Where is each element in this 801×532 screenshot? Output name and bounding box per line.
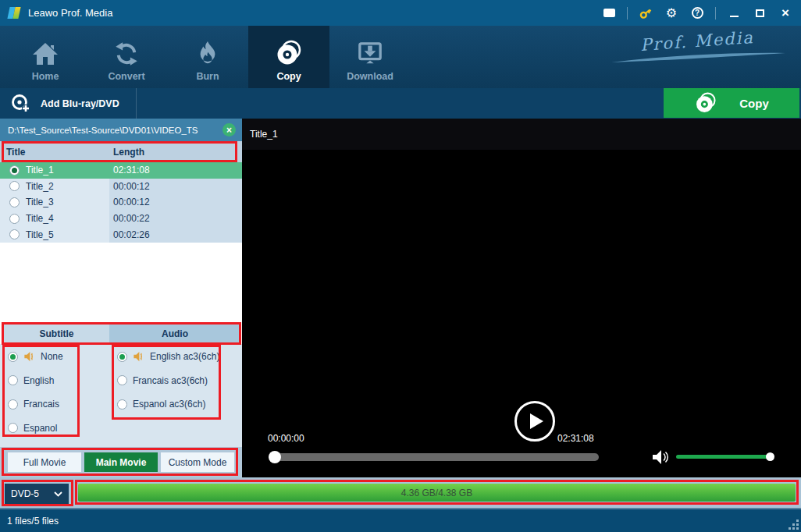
title-name: Title_4 xyxy=(26,213,54,224)
seek-thumb[interactable] xyxy=(269,451,281,463)
nav-tab-convert[interactable]: Convert xyxy=(86,26,167,88)
audio-radio[interactable] xyxy=(117,399,127,410)
title-radio[interactable] xyxy=(9,214,20,224)
table-row-title-2[interactable]: Title_2 00:00:12 xyxy=(0,179,242,195)
table-row-title-5[interactable]: Title_5 00:02:26 xyxy=(0,226,242,243)
maximize-button[interactable] xyxy=(752,5,767,21)
audio-options: English ac3(6ch) Francais ac3(6ch) Espan… xyxy=(117,349,219,412)
current-time: 00:00:00 xyxy=(268,433,304,444)
audio-option-francais[interactable]: Francais ac3(6ch) xyxy=(117,373,219,388)
window-title: Leawo Prof. Media xyxy=(28,7,112,19)
option-label: Espanol xyxy=(23,423,57,434)
nav-tab-copy[interactable]: Copy xyxy=(248,26,329,88)
resize-grip[interactable] xyxy=(789,520,799,530)
download-icon xyxy=(357,41,383,66)
speaker-icon xyxy=(133,351,144,362)
title-radio[interactable] xyxy=(9,229,20,239)
title-radio[interactable] xyxy=(9,181,20,191)
volume-icon[interactable] xyxy=(651,449,670,466)
titlebar-divider xyxy=(627,7,628,20)
volume-thumb[interactable] xyxy=(766,452,774,461)
copy-disc-icon xyxy=(275,40,303,66)
list-empty-area xyxy=(0,243,242,324)
title-name: Title_5 xyxy=(26,229,54,240)
toolbar: Add Blu-ray/DVD Copy xyxy=(0,88,801,119)
subtitle-option-english[interactable]: English xyxy=(8,373,63,388)
play-button[interactable] xyxy=(514,401,555,442)
nav-label: Download xyxy=(347,71,393,82)
total-time: 02:31:08 xyxy=(557,433,594,444)
video-preview-panel: Title_1 00:00:00 02:31:08 xyxy=(242,119,801,477)
audio-option-espanol[interactable]: Espanol ac3(6ch) xyxy=(117,396,219,412)
table-row-title-1[interactable]: Title_1 02:31:08 xyxy=(0,162,242,179)
subtitle-option-espanol[interactable]: Espanol xyxy=(8,420,63,436)
subtitle-radio[interactable] xyxy=(8,352,18,362)
video-title-bar: Title_1 xyxy=(242,119,801,150)
title-length: 02:31:08 xyxy=(109,162,242,179)
home-icon xyxy=(31,41,59,66)
nav-label: Home xyxy=(32,71,59,82)
nav-label: Convert xyxy=(108,71,144,82)
minimize-button[interactable] xyxy=(726,5,742,21)
track-tabs: Subtitle Audio xyxy=(0,324,242,344)
nav-tab-download[interactable]: Download xyxy=(329,26,411,88)
play-icon xyxy=(530,413,543,429)
table-row-title-4[interactable]: Title_4 00:00:22 xyxy=(0,211,242,227)
source-path-header: D:\Test_Source\Test-Source\DVD01\VIDEO_T… xyxy=(0,119,242,141)
subtitle-radio[interactable] xyxy=(8,375,18,385)
add-disc-icon xyxy=(11,94,31,114)
table-row-title-3[interactable]: Title_3 00:00:12 xyxy=(0,194,242,211)
title-name: Title_1 xyxy=(26,165,54,176)
close-button[interactable]: × xyxy=(778,5,793,21)
subtitle-option-none[interactable]: None xyxy=(8,349,63,364)
disc-type-select[interactable]: DVD-5 xyxy=(5,484,69,504)
source-panel: D:\Test_Source\Test-Source\DVD01\VIDEO_T… xyxy=(0,119,242,477)
seek-bar[interactable] xyxy=(269,453,599,461)
subtitle-options: None English Francais Espanol xyxy=(8,349,63,436)
subtitle-radio[interactable] xyxy=(8,399,18,410)
nav-tab-home[interactable]: Home xyxy=(5,26,86,88)
title-length: 00:00:12 xyxy=(109,179,242,195)
title-length: 00:00:12 xyxy=(109,194,242,211)
option-label: None xyxy=(41,351,63,362)
main-nav: Home Convert Burn Copy Downlo xyxy=(0,26,801,88)
settings-gear-icon[interactable]: ⚙ xyxy=(664,5,679,21)
audio-option-english[interactable]: English ac3(6ch) xyxy=(117,349,219,364)
title-length: 00:00:22 xyxy=(109,211,242,227)
mode-button-custom-mode[interactable]: Custom Mode xyxy=(161,452,234,472)
brand-text: Prof. Media xyxy=(607,26,787,57)
help-icon[interactable]: ? xyxy=(689,5,705,21)
title-radio[interactable] xyxy=(9,165,20,176)
mode-button-main-movie[interactable]: Main Movie xyxy=(84,452,158,472)
volume-slider[interactable] xyxy=(676,455,773,459)
mode-button-full-movie[interactable]: Full Movie xyxy=(8,452,81,472)
subtitle-radio[interactable] xyxy=(8,423,18,433)
feedback-icon[interactable] xyxy=(601,5,617,21)
tab-subtitle[interactable]: Subtitle xyxy=(4,324,109,344)
disc-type-value: DVD-5 xyxy=(11,488,39,499)
capacity-label: 4.36 GB/4.38 GB xyxy=(401,488,472,498)
capacity-bar: 4.36 GB/4.38 GB xyxy=(78,484,796,502)
column-header-title: Title xyxy=(0,147,109,158)
titlebar: Leawo Prof. Media ⚙ ? × xyxy=(0,0,801,26)
app-logo-icon xyxy=(8,6,21,20)
brand-logo: Prof. Media xyxy=(607,32,787,68)
audio-radio[interactable] xyxy=(117,352,127,362)
title-radio[interactable] xyxy=(9,197,20,207)
register-key-icon[interactable] xyxy=(638,5,653,21)
tab-audio[interactable]: Audio xyxy=(109,324,240,344)
status-bar: 1 files/5 files xyxy=(0,508,801,532)
option-label: Francais xyxy=(23,399,59,410)
audio-radio[interactable] xyxy=(117,375,127,385)
close-source-icon[interactable]: × xyxy=(222,123,236,137)
start-copy-button[interactable]: Copy xyxy=(664,88,799,118)
nav-tab-burn[interactable]: Burn xyxy=(167,26,248,88)
chevron-down-icon xyxy=(54,491,62,497)
source-path: D:\Test_Source\Test-Source\DVD01\VIDEO_T… xyxy=(8,126,198,135)
brand-swoosh xyxy=(607,51,787,65)
title-list: Title_1 02:31:08 Title_2 00:00:12 Title_… xyxy=(0,162,242,243)
add-bluray-dvd-button[interactable]: Add Blu-ray/DVD xyxy=(0,88,137,119)
option-label: English xyxy=(23,375,54,386)
subtitle-option-francais[interactable]: Francais xyxy=(8,396,63,412)
burn-flame-icon xyxy=(196,41,219,66)
